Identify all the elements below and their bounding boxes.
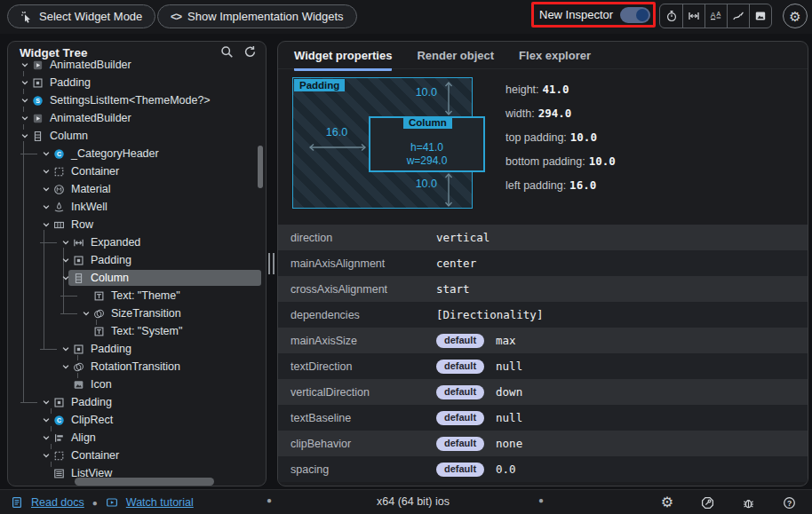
- tree-item-rotationtransition[interactable]: RotationTransition: [8, 358, 266, 376]
- tree-item--categoryheader[interactable]: C_CategoryHeader: [8, 145, 266, 162]
- bottom-padding-arrow: [442, 172, 455, 208]
- show-implementation-widgets-button[interactable]: <> Show Implementation Widgets: [157, 4, 357, 28]
- chevron-down-icon[interactable]: [60, 255, 72, 265]
- tree-item-icon[interactable]: Icon: [8, 376, 266, 393]
- tree-item-sizetransition[interactable]: SizeTransition: [8, 304, 266, 322]
- settings-button[interactable]: ⚙: [661, 495, 673, 510]
- chevron-down-icon[interactable]: [19, 486, 31, 486]
- slow-animations-button[interactable]: [660, 4, 682, 28]
- tree-item-row[interactable]: Row: [8, 216, 266, 233]
- container-icon: [52, 166, 66, 178]
- show-guidelines-button[interactable]: [682, 4, 705, 28]
- tree-item-settingslistitem-thememode-[interactable]: SSettingsListItem<ThemeMode?>: [8, 91, 266, 109]
- tree-connector-tee: [60, 296, 77, 297]
- tree-connector-tee: [20, 154, 37, 154]
- chevron-down-icon[interactable]: [19, 113, 31, 123]
- chevron-down-icon[interactable]: [19, 130, 31, 141]
- transition-icon: [72, 361, 85, 373]
- property-value: vertical: [436, 231, 490, 244]
- column-height-text: h=41.0: [370, 141, 483, 154]
- chevron-down-icon[interactable]: [40, 432, 52, 443]
- tree-item-animatedbuilder[interactable]: AnimatedBuilder: [8, 56, 266, 74]
- property-value: max: [496, 334, 516, 347]
- help-button[interactable]: ?: [783, 496, 796, 510]
- tree-item-label: Padding: [50, 76, 91, 89]
- platform-label: x64 (64 bit) ios: [377, 495, 450, 508]
- settings-icon: ⚙: [661, 495, 673, 510]
- highlight-repaints-button[interactable]: [727, 4, 749, 28]
- chevron-down-icon[interactable]: [40, 184, 52, 194]
- tree-item-label: Row: [71, 218, 93, 231]
- size-properties-list: height:41.0width:294.0top padding:10.0bo…: [506, 83, 616, 202]
- svg-text:C: C: [57, 416, 61, 423]
- tree-item-label: Align: [71, 431, 96, 444]
- highlight-repaints-icon: [732, 10, 744, 22]
- tree-item-container[interactable]: Container: [8, 447, 266, 464]
- chevron-down-icon[interactable]: [60, 344, 72, 354]
- tree-item-animatedbuilder[interactable]: AnimatedBuilder: [8, 109, 266, 127]
- tree-item-expanded[interactable]: Expanded: [8, 233, 266, 251]
- chevron-down-icon[interactable]: [19, 77, 31, 88]
- default-badge: default: [436, 334, 484, 348]
- chevron-down-icon[interactable]: [19, 95, 31, 106]
- property-row-verticalDirection: verticalDirectiondefaultdown: [278, 379, 808, 405]
- select-widget-mode-button[interactable]: Select Widget Mode: [7, 4, 155, 28]
- tree-item-align[interactable]: Align: [8, 429, 266, 447]
- tree-item-padding[interactable]: Padding: [8, 251, 266, 269]
- tree-item-label: SettingsListItem<ThemeMode?>: [50, 94, 211, 107]
- new-inspector-highlight-box: New Inspector: [531, 2, 656, 28]
- chevron-down-icon[interactable]: [40, 397, 52, 407]
- padding-icon: [52, 397, 66, 408]
- inspector-settings-button[interactable]: ⚙: [783, 4, 808, 28]
- chevron-down-icon[interactable]: [40, 415, 52, 425]
- chevron-down-icon[interactable]: [60, 361, 72, 372]
- tree-vertical-scrollbar-thumb[interactable]: [258, 146, 263, 188]
- column-width-text: w=294.0: [370, 154, 483, 167]
- chevron-down-icon[interactable]: [60, 237, 72, 248]
- tree-item-text-theme-[interactable]: Text: "Theme": [8, 287, 266, 304]
- animated-builder-icon: [31, 486, 44, 487]
- tree-item-column[interactable]: Column: [8, 269, 266, 287]
- widget-tree-panel: Widget Tree AnimatedBuilderPaddingSSetti…: [7, 41, 267, 486]
- chevron-down-icon[interactable]: [80, 308, 92, 319]
- chevron-down-icon[interactable]: [40, 450, 52, 461]
- property-row-mainAxisSize: mainAxisSizedefaultmax: [278, 328, 808, 353]
- new-inspector-toggle[interactable]: [620, 7, 650, 23]
- chevron-down-icon[interactable]: [40, 148, 52, 159]
- property-name: spacing: [291, 463, 329, 476]
- chevron-down-icon[interactable]: [40, 202, 52, 212]
- transition-icon: [92, 308, 106, 320]
- chevron-down-icon[interactable]: [40, 219, 52, 230]
- tree-item-inkwell[interactable]: InkWell: [8, 198, 266, 216]
- property-value: start: [436, 282, 470, 296]
- property-name: direction: [291, 232, 332, 244]
- show-baselines-button[interactable]: AA: [705, 4, 727, 28]
- svg-text:A: A: [711, 11, 716, 20]
- tree-item-padding[interactable]: Padding: [8, 74, 266, 91]
- tree-item-material[interactable]: Material: [8, 180, 266, 198]
- tree-item-padding[interactable]: Padding: [8, 340, 266, 358]
- watch-tutorial-link[interactable]: Watch tutorial: [126, 496, 194, 509]
- chevron-down-icon[interactable]: [40, 166, 52, 177]
- devtools-extensions-button[interactable]: [701, 496, 714, 510]
- tree-item-padding[interactable]: Padding: [8, 393, 266, 411]
- highlight-oversized-images-button[interactable]: [749, 4, 771, 28]
- padding-icon: [72, 255, 85, 266]
- tab-render-object[interactable]: Render object: [417, 49, 494, 68]
- tree-item-cliprect[interactable]: CClipRect: [8, 411, 266, 429]
- tab-flex-explorer[interactable]: Flex explorer: [519, 49, 591, 68]
- tree-item-container[interactable]: Container: [8, 162, 266, 180]
- property-value: null: [496, 411, 522, 424]
- chevron-down-icon[interactable]: [60, 273, 72, 283]
- image-icon: [72, 379, 85, 391]
- tree-horizontal-scrollbar-thumb[interactable]: [75, 478, 214, 486]
- read-docs-link[interactable]: Read docs: [31, 496, 84, 509]
- tree-item-text-system-[interactable]: Text: "System": [8, 322, 266, 340]
- chevron-down-icon[interactable]: [19, 59, 31, 70]
- panel-splitter-handle[interactable]: [268, 253, 276, 274]
- tab-widget-properties[interactable]: Widget properties: [294, 49, 392, 71]
- tree-item-column[interactable]: Column: [8, 127, 266, 145]
- report-bug-button[interactable]: [742, 496, 755, 510]
- tree-item-label: Icon: [91, 378, 112, 391]
- tree-connector-tee: [40, 242, 57, 243]
